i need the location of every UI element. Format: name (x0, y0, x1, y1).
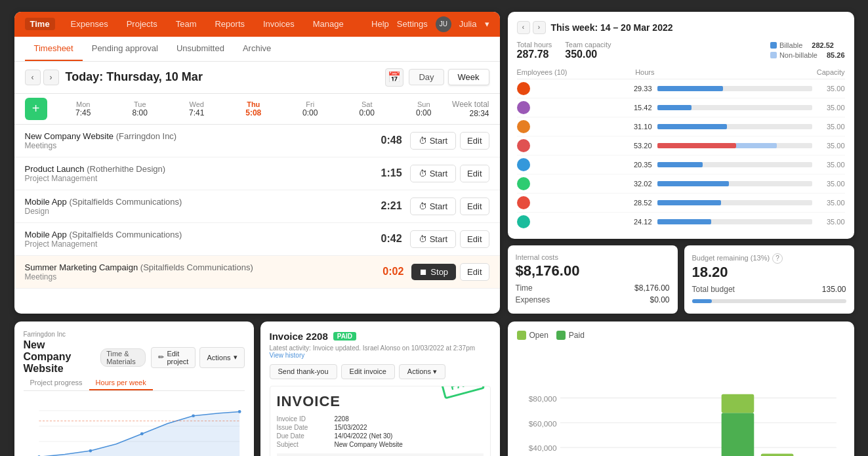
nav-item-team[interactable]: Team (173, 18, 199, 30)
emp-avatar-2 (517, 120, 530, 133)
edit-button-4[interactable]: Edit (460, 263, 489, 281)
emp-rows-container: 29.33 35.00 15.42 35.00 31.10 35.00 53.2… (517, 79, 845, 230)
emp-col-name-header[interactable]: Employees (10) (517, 68, 622, 76)
tab-unsubmitted[interactable]: Unsubmitted (167, 37, 234, 61)
svg-point-7 (140, 432, 143, 435)
edit-invoice-button[interactable]: Edit invoice (341, 364, 395, 379)
invoice-panel: Invoice 2208 PAID Latest activity: Invoi… (260, 321, 500, 457)
day-view-button[interactable]: Day (409, 69, 444, 85)
emp-bar-3 (652, 142, 812, 149)
billable-label: Billable (779, 41, 802, 49)
svg-rect-28 (721, 413, 754, 456)
chevron-down-icon: ▾ (485, 19, 489, 29)
avatar[interactable]: JU (436, 16, 451, 32)
start-button-3[interactable]: ⏱ Start (410, 230, 456, 248)
start-button-2[interactable]: ⏱ Start (410, 197, 456, 215)
emp-row-3: 53.20 35.00 (517, 136, 845, 155)
week-stats: Total hours 287.78 Team capacity 350.00 … (517, 41, 845, 60)
emp-avatar-7 (517, 215, 530, 228)
week-day-wed: Wed 7:41 (169, 100, 226, 117)
calendar-icon[interactable]: 📅 (385, 68, 403, 87)
next-date-button[interactable]: › (43, 70, 59, 85)
next-week-button[interactable]: › (533, 21, 546, 34)
emp-row-5: 32.02 35.00 (517, 175, 845, 194)
start-button-0[interactable]: ⏱ Start (410, 132, 456, 150)
week-nav-arrows: ‹ › (517, 21, 546, 34)
nav-item-reports[interactable]: Reports (212, 18, 247, 30)
open-dot (517, 331, 526, 340)
invoice-paid-stamp: PAID (440, 386, 485, 400)
internal-costs-time-row: Time $8,176.00 (516, 282, 670, 294)
edit-button-3[interactable]: Edit (460, 230, 489, 248)
svg-point-6 (89, 449, 92, 452)
time-entry-2: Mobile App (Spitalfields Communications)… (14, 190, 500, 223)
bottom-panels: Farringdon Inc New Company Website Time … (14, 321, 500, 457)
budget-remaining-label: Budget remaining (13%) (692, 254, 770, 262)
tab-archive[interactable]: Archive (234, 37, 280, 61)
chart-legend-nb: Non-billable 85.26 (770, 51, 845, 59)
emp-bar-2 (652, 123, 812, 130)
nav-item-time[interactable]: Time (25, 18, 55, 30)
revenue-svg: $80,000$60,000$40,000$20,000JanFebMarApr… (517, 345, 845, 457)
prev-date-button[interactable]: ‹ (25, 70, 41, 85)
navbar: Time Expenses Projects Team Reports Invo… (14, 12, 500, 37)
entry-task-2: Design (25, 207, 369, 216)
start-button-1[interactable]: ⏱ Start (410, 165, 456, 182)
entry-title-3: Mobile App (Spitalfields Communications) (25, 230, 369, 239)
edit-button-2[interactable]: Edit (460, 197, 489, 215)
inv-col-price: Unit Price (413, 453, 446, 457)
settings-link[interactable]: Settings (397, 19, 428, 29)
invoice-actions-button[interactable]: Actions ▾ (399, 364, 445, 379)
this-week-panel: ‹ › This week: 14 – 20 Mar 2022 Total ho… (508, 12, 854, 239)
edit-button-1[interactable]: Edit (460, 165, 489, 182)
nav-item-invoices[interactable]: Invoices (260, 18, 297, 30)
help-link[interactable]: Help (371, 19, 389, 29)
nav-item-expenses[interactable]: Expenses (68, 18, 111, 30)
total-budget-value: 135.00 (822, 285, 846, 294)
emp-bar-fill-7 (657, 219, 712, 224)
week-day-mon: Mon 7:45 (55, 100, 112, 117)
stop-button-4[interactable]: ⏹ Stop (411, 264, 456, 280)
project-actions-button[interactable]: Actions ▾ (199, 347, 244, 368)
send-thankyou-button[interactable]: Send thank-you (270, 364, 337, 379)
week-view-button[interactable]: Week (448, 69, 489, 85)
emp-capacity-6: 35.00 (812, 199, 845, 207)
time-value: $8,176.00 (634, 283, 669, 293)
entry-task-4: Meetings (25, 272, 371, 281)
new-entry-button[interactable]: + (25, 98, 47, 120)
prev-week-button[interactable]: ‹ (517, 21, 530, 34)
invoice-title: Invoice 2208 (270, 331, 328, 342)
entry-task-1: Project Management (25, 174, 369, 183)
tab-pending[interactable]: Pending approval (83, 37, 167, 61)
legend-paid-item: Paid (556, 331, 585, 340)
emp-bar-1 (652, 104, 812, 111)
emp-avatar-3 (517, 139, 530, 152)
week-day-thu: Thu 5:08 (225, 100, 282, 117)
tab-project-progress[interactable]: Project progress (24, 376, 89, 390)
entry-time-2: 2:21 (369, 200, 402, 212)
svg-point-9 (238, 410, 241, 413)
nav-item-projects[interactable]: Projects (124, 18, 160, 30)
nav-right: Help Settings JU Julia ▾ (371, 16, 489, 32)
legend-nonbillable: Non-billable (770, 51, 817, 59)
edit-project-button[interactable]: ✏ Edit project (151, 347, 196, 368)
view-history-link[interactable]: View history (270, 352, 305, 359)
day-name-mon: Mon (55, 100, 112, 108)
edit-button-0[interactable]: Edit (460, 132, 489, 150)
emp-avatar-1 (517, 101, 530, 114)
inv-col-qty: Quantity (381, 453, 413, 457)
emp-row-4: 20.35 35.00 (517, 155, 845, 175)
svg-marker-4 (39, 411, 239, 456)
emp-capacity-2: 35.00 (812, 123, 845, 131)
revenue-legend: Open Paid (517, 331, 845, 340)
day-hours-wed: 7:41 (169, 108, 226, 117)
nav-item-manage[interactable]: Manage (310, 18, 346, 30)
day-name-sun: Sun (396, 100, 453, 108)
emp-bar-0 (652, 85, 812, 92)
emp-capacity-3: 35.00 (812, 142, 845, 150)
week-panel-header: ‹ › This week: 14 – 20 Mar 2022 (517, 21, 845, 34)
budget-help-icon[interactable]: ? (772, 253, 783, 264)
tab-hours-per-week[interactable]: Hours per week (89, 376, 153, 390)
tab-timesheet[interactable]: Timesheet (25, 37, 83, 61)
emp-hours-3: 53.20 (619, 142, 652, 150)
